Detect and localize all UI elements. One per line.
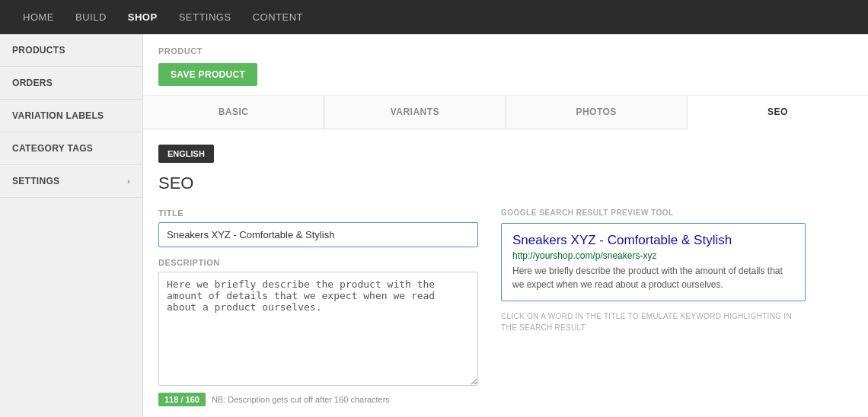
title-input[interactable] xyxy=(158,222,478,247)
google-preview-url: http://yourshop.com/p/sneakers-xyz xyxy=(512,250,794,261)
char-count-bar: 118 / 160 NB: Description gets cut off a… xyxy=(158,393,478,406)
nav-settings[interactable]: SETTINGS xyxy=(168,0,242,34)
sidebar-item-products[interactable]: PRODUCTS xyxy=(0,34,142,67)
tab-basic[interactable]: BASIC xyxy=(143,96,324,129)
sidebar: PRODUCTS ORDERS VARIATION LABELS CATEGOR… xyxy=(0,34,143,417)
char-count-badge: 118 / 160 xyxy=(158,393,206,406)
save-product-button[interactable]: SAVE PRODUCT xyxy=(158,63,257,86)
seo-two-column: TITLE DESCRIPTION 118 / 160 NB: Descript… xyxy=(158,208,853,406)
main-content: PRODUCT SAVE PRODUCT BASIC VARIANTS PHOT… xyxy=(143,34,868,417)
title-field-label: TITLE xyxy=(158,208,478,218)
chevron-right-icon: › xyxy=(127,177,130,186)
sidebar-item-variation-labels[interactable]: VARIATION LABELS xyxy=(0,100,142,132)
char-count-note: NB: Description gets cut off after 160 c… xyxy=(212,395,390,404)
seo-left-column: TITLE DESCRIPTION 118 / 160 NB: Descript… xyxy=(158,208,478,406)
layout: PRODUCTS ORDERS VARIATION LABELS CATEGOR… xyxy=(0,34,868,417)
product-tabs: BASIC VARIANTS PHOTOS SEO xyxy=(143,96,868,129)
google-preview-label: GOOGLE SEARCH RESULT PREVIEW TOOL xyxy=(501,208,806,217)
top-nav: HOME BUILD SHOP SETTINGS CONTENT xyxy=(0,0,868,34)
nav-build[interactable]: BUILD xyxy=(65,0,117,34)
google-preview-description: Here we briefly describe the product wit… xyxy=(512,264,794,291)
tab-seo[interactable]: SEO xyxy=(688,96,868,129)
product-header: PRODUCT SAVE PRODUCT xyxy=(143,34,868,96)
seo-right-column: GOOGLE SEARCH RESULT PREVIEW TOOL Sneake… xyxy=(501,208,806,406)
sidebar-item-orders[interactable]: ORDERS xyxy=(0,67,142,100)
sidebar-item-settings[interactable]: SETTINGS › xyxy=(0,165,142,198)
nav-content[interactable]: CONTENT xyxy=(242,0,314,34)
seo-heading: SEO xyxy=(158,173,853,193)
google-preview-title[interactable]: Sneakers XYZ - Comfortable & Stylish xyxy=(512,233,794,248)
description-textarea[interactable] xyxy=(158,272,478,386)
description-field-label: DESCRIPTION xyxy=(158,258,478,267)
nav-shop[interactable]: SHOP xyxy=(117,0,168,34)
seo-content-area: ENGLISH SEO TITLE DESCRIPTION 118 / 160 … xyxy=(143,129,868,417)
nav-home[interactable]: HOME xyxy=(12,0,65,34)
keyword-hint-text: CLICK ON A WORD IN THE TITLE TO EMULATE … xyxy=(501,310,806,333)
sidebar-item-category-tags[interactable]: CATEGORY TAGS xyxy=(0,132,142,165)
language-button[interactable]: ENGLISH xyxy=(158,145,214,163)
tab-variants[interactable]: VARIANTS xyxy=(324,96,506,129)
tab-photos[interactable]: PHOTOS xyxy=(506,96,688,129)
product-label: PRODUCT xyxy=(158,46,853,56)
google-preview-box: Sneakers XYZ - Comfortable & Stylish htt… xyxy=(501,223,806,301)
